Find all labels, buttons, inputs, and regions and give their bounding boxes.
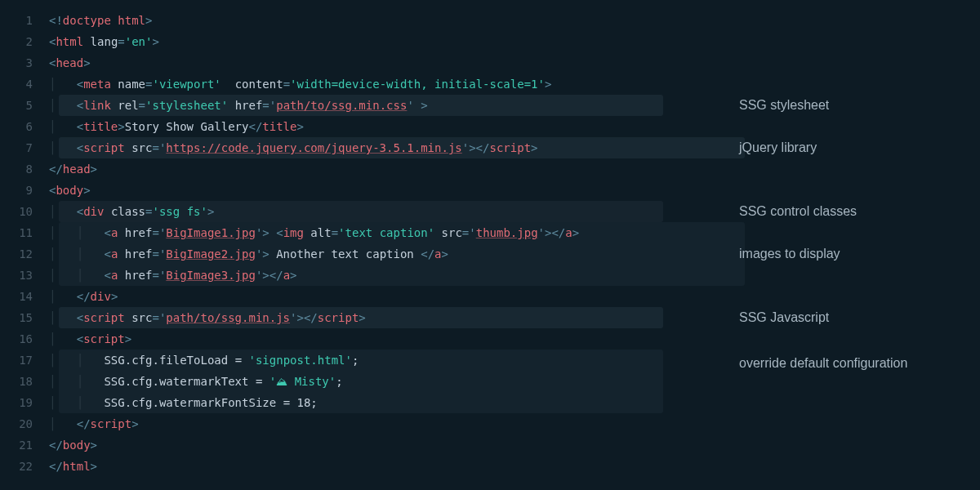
- code-line: │ </script>: [49, 413, 980, 434]
- line-number: 11: [0, 222, 33, 243]
- line-number-gutter: 12345678910111213141516171819202122: [0, 10, 49, 477]
- code-line: │ │ SSG.cfg.watermarkText = '⛰ Misty';: [49, 371, 980, 392]
- code-line: <!doctype html>: [49, 10, 980, 31]
- code-line: │ <title>Story Show Gallery</title>: [49, 116, 980, 137]
- line-number: 4: [0, 74, 33, 95]
- line-number: 9: [0, 180, 33, 201]
- code-line: <head>: [49, 52, 980, 74]
- annotation-jquery: jQuery library: [739, 139, 817, 157]
- code-line: │ </div>: [49, 286, 980, 307]
- code-line: │ <script>: [49, 328, 980, 350]
- code-line: │ │ <a href='BigImage2.jpg'> Another tex…: [49, 243, 980, 265]
- line-number: 5: [0, 95, 33, 116]
- line-number: 10: [0, 201, 33, 222]
- code-line: │ <link rel='stylesheet' href='path/to/s…: [49, 95, 980, 116]
- code-line: <html lang='en'>: [49, 31, 980, 52]
- line-number: 19: [0, 392, 33, 413]
- code-line: │ <meta name='viewport' content='width=d…: [49, 74, 980, 95]
- line-number: 2: [0, 31, 33, 52]
- annotation-classes: SSG control classes: [739, 203, 857, 220]
- code-editor: 12345678910111213141516171819202122 <!do…: [0, 10, 980, 477]
- code-area[interactable]: <!doctype html> <html lang='en'> <head> …: [49, 10, 980, 477]
- line-number: 18: [0, 371, 33, 392]
- line-number: 1: [0, 10, 33, 31]
- code-line: │ <script src='path/to/ssg.min.js'></scr…: [49, 307, 980, 328]
- line-number: 16: [0, 328, 33, 350]
- annotation-override: override default configuration: [739, 354, 907, 372]
- line-number: 12: [0, 243, 33, 265]
- line-number: 14: [0, 286, 33, 307]
- line-number: 13: [0, 265, 33, 286]
- line-number: 7: [0, 137, 33, 158]
- code-line: │ │ <a href='BigImage1.jpg'> <img alt='t…: [49, 222, 980, 243]
- line-number: 15: [0, 307, 33, 328]
- annotation-images: images to display: [739, 245, 840, 263]
- line-number: 20: [0, 413, 33, 434]
- annotation-stylesheet: SSG stylesheet: [739, 96, 829, 114]
- line-number: 6: [0, 116, 33, 137]
- code-line: </head>: [49, 158, 980, 180]
- line-number: 3: [0, 52, 33, 74]
- line-number: 21: [0, 434, 33, 456]
- line-number: 17: [0, 350, 33, 371]
- code-line: </body>: [49, 434, 980, 456]
- code-line: </html>: [49, 456, 980, 477]
- code-line: <body>: [49, 180, 980, 201]
- code-line: │ <script src='https://code.jquery.com/j…: [49, 137, 980, 158]
- code-line: │ │ SSG.cfg.watermarkFontSize = 18;: [49, 392, 980, 413]
- line-number: 8: [0, 158, 33, 180]
- code-line: │ │ <a href='BigImage3.jpg'></a>: [49, 265, 980, 286]
- line-number: 22: [0, 456, 33, 477]
- annotation-javascript: SSG Javascript: [739, 309, 829, 327]
